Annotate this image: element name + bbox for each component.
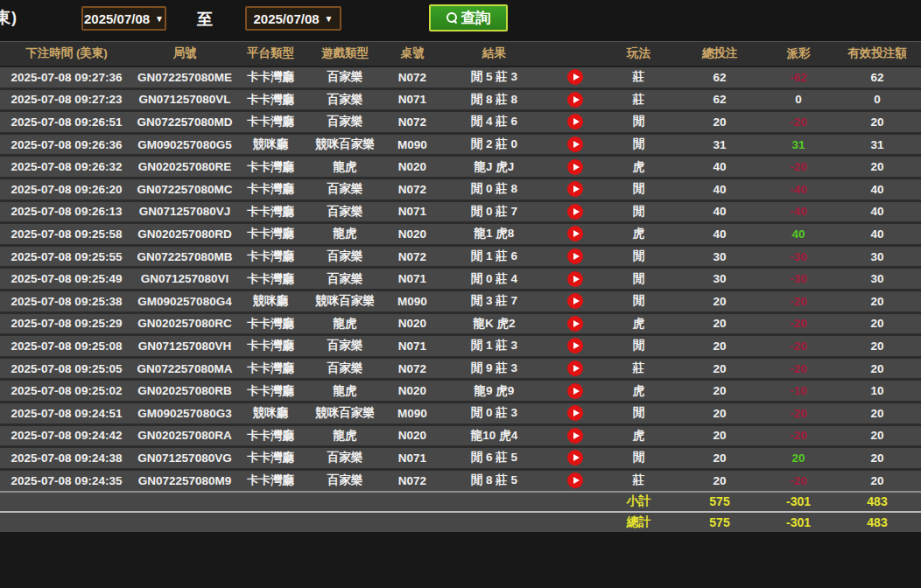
column-header: 有效投注額 bbox=[833, 42, 921, 66]
play-video-button[interactable] bbox=[567, 383, 583, 399]
table-no-cell: N020 bbox=[385, 223, 439, 246]
bet-side-cell: 閒 bbox=[601, 335, 676, 358]
valid-bet-cell: 20 bbox=[833, 402, 921, 424]
summary-label: 總計 bbox=[601, 512, 676, 532]
table-row: 2025-07-08 09:25:49 GN071257080VI 卡卡灣廳 百… bbox=[0, 268, 921, 290]
play-video-button[interactable] bbox=[567, 405, 583, 421]
payout-cell: -40 bbox=[763, 178, 833, 200]
platform-cell: 卡卡灣廳 bbox=[236, 357, 305, 380]
play-icon bbox=[573, 186, 580, 192]
play-video-button[interactable] bbox=[567, 472, 583, 488]
play-video-button[interactable] bbox=[567, 69, 583, 85]
table-row: 2025-07-08 09:27:23 GN071257080VL 卡卡灣廳 百… bbox=[0, 88, 921, 111]
game-type-cell: 百家樂 bbox=[305, 335, 385, 358]
play-video-button[interactable] bbox=[567, 136, 583, 152]
round-id-cell: GN072257080M9 bbox=[133, 469, 236, 492]
play-video-button[interactable] bbox=[567, 248, 583, 264]
table-no-cell: N020 bbox=[385, 424, 439, 447]
bet-side-cell: 莊 bbox=[601, 469, 676, 492]
valid-bet-cell: 62 bbox=[833, 66, 921, 89]
payout-cell: -20 bbox=[763, 111, 833, 134]
summary-valid-bet: 483 bbox=[833, 512, 921, 532]
bet-side-cell: 莊 bbox=[601, 66, 676, 89]
round-id-cell: GM090257080G3 bbox=[133, 402, 236, 424]
bet-time-cell: 2025-07-08 09:25:08 bbox=[0, 335, 133, 358]
payout-cell: -40 bbox=[763, 200, 833, 223]
bet-time-cell: 2025-07-08 09:26:32 bbox=[0, 156, 133, 178]
result-cell: 閒 9 莊 3 bbox=[439, 357, 549, 380]
play-icon bbox=[573, 477, 580, 484]
total-bet-cell: 40 bbox=[676, 156, 763, 178]
play-video-button[interactable] bbox=[567, 114, 583, 130]
video-cell bbox=[549, 335, 601, 358]
payout-cell: -62 bbox=[763, 66, 833, 89]
column-header: 遊戲類型 bbox=[305, 42, 385, 66]
payout-cell: -20 bbox=[763, 335, 833, 358]
play-video-button[interactable] bbox=[567, 293, 583, 309]
video-cell bbox=[549, 111, 601, 134]
play-video-button[interactable] bbox=[567, 338, 583, 354]
valid-bet-cell: 40 bbox=[833, 178, 921, 200]
valid-bet-cell: 20 bbox=[833, 357, 921, 380]
play-video-button[interactable] bbox=[567, 204, 583, 220]
round-id-cell: GM090257080G5 bbox=[133, 133, 236, 156]
play-video-button[interactable] bbox=[567, 159, 583, 175]
date-from-picker[interactable]: 2025/07/08 ▼ bbox=[81, 6, 166, 31]
play-video-button[interactable] bbox=[567, 226, 583, 242]
play-video-button[interactable] bbox=[567, 92, 583, 108]
table-no-cell: N020 bbox=[385, 312, 439, 335]
play-video-button[interactable] bbox=[567, 181, 583, 197]
round-id-cell: GN020257080RA bbox=[133, 424, 236, 447]
column-header: 派彩 bbox=[763, 42, 833, 66]
game-type-cell: 競咪百家樂 bbox=[305, 290, 385, 312]
play-icon bbox=[573, 365, 580, 372]
table-row: 2025-07-08 09:26:20 GN072257080MC 卡卡灣廳 百… bbox=[0, 178, 921, 200]
search-button[interactable]: 查詢 bbox=[429, 4, 508, 32]
play-icon bbox=[573, 320, 580, 327]
platform-cell: 卡卡灣廳 bbox=[236, 178, 305, 200]
bet-side-cell: 閒 bbox=[601, 447, 676, 470]
table-row: 2025-07-08 09:25:02 GN020257080RB 卡卡灣廳 龍… bbox=[0, 380, 921, 402]
bet-time-cell: 2025-07-08 09:25:55 bbox=[0, 245, 133, 268]
play-video-button[interactable] bbox=[567, 428, 583, 444]
bet-side-cell: 閒 bbox=[601, 290, 676, 312]
round-id-cell: GN071257080VH bbox=[133, 335, 236, 358]
payout-cell: -20 bbox=[763, 402, 833, 424]
platform-cell: 卡卡灣廳 bbox=[236, 312, 305, 335]
payout-cell: -20 bbox=[763, 290, 833, 312]
bet-time-cell: 2025-07-08 09:25:02 bbox=[0, 380, 133, 402]
total-bet-cell: 20 bbox=[676, 424, 763, 447]
date-to-picker[interactable]: 2025/07/08 ▼ bbox=[245, 6, 341, 31]
column-header: 總投注 bbox=[676, 42, 763, 66]
round-id-cell: GN072257080MA bbox=[133, 357, 236, 380]
table-no-cell: N071 bbox=[385, 88, 439, 111]
bet-side-cell: 莊 bbox=[601, 88, 676, 111]
play-video-button[interactable] bbox=[567, 271, 583, 287]
video-cell bbox=[549, 245, 601, 268]
total-bet-cell: 62 bbox=[676, 88, 763, 111]
round-id-cell: GN071257080VJ bbox=[133, 200, 236, 223]
play-video-button[interactable] bbox=[567, 450, 583, 466]
payout-cell: -30 bbox=[763, 245, 833, 268]
bet-time-cell: 2025-07-08 09:24:42 bbox=[0, 424, 133, 447]
play-video-button[interactable] bbox=[567, 360, 583, 376]
column-header: 局號 bbox=[133, 42, 236, 66]
round-id-cell: GN071257080VL bbox=[133, 88, 236, 111]
valid-bet-cell: 40 bbox=[833, 223, 921, 246]
game-type-cell: 競咪百家樂 bbox=[305, 133, 385, 156]
table-no-cell: M090 bbox=[385, 402, 439, 424]
game-type-cell: 龍虎 bbox=[305, 156, 385, 178]
total-bet-cell: 20 bbox=[676, 447, 763, 470]
play-video-button[interactable] bbox=[567, 316, 583, 332]
valid-bet-cell: 20 bbox=[833, 335, 921, 358]
result-cell: 閒 0 莊 8 bbox=[439, 178, 549, 200]
payout-cell: -30 bbox=[763, 268, 833, 290]
payout-cell: -10 bbox=[763, 380, 833, 402]
bet-time-cell: 2025-07-08 09:26:36 bbox=[0, 133, 133, 156]
platform-cell: 卡卡灣廳 bbox=[236, 223, 305, 246]
round-id-cell: GM090257080G4 bbox=[133, 290, 236, 312]
platform-cell: 競咪廳 bbox=[236, 402, 305, 424]
video-cell bbox=[549, 156, 601, 178]
payout-cell: 31 bbox=[763, 133, 833, 156]
bet-side-cell: 閒 bbox=[601, 200, 676, 223]
